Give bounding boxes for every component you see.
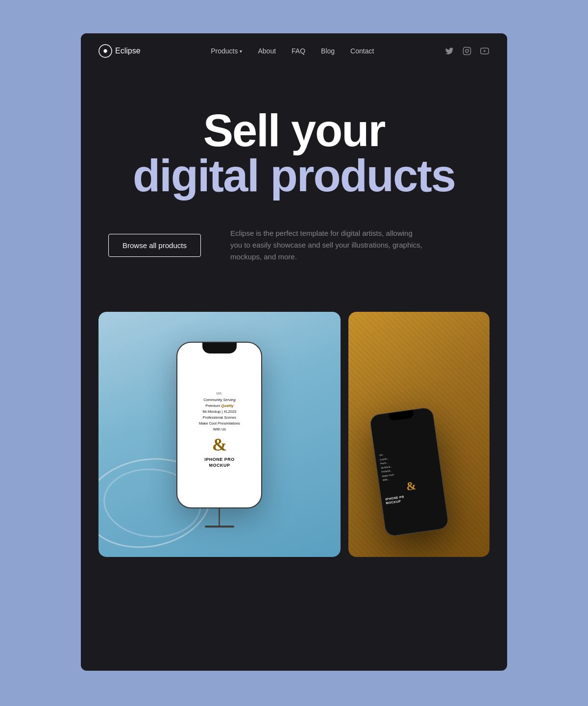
svg-rect-1 <box>464 48 471 55</box>
nav-item-contact[interactable]: Contact <box>350 47 374 55</box>
svg-marker-4 <box>484 50 486 52</box>
logo[interactable]: Eclipse <box>98 44 141 58</box>
phone-base <box>205 526 234 528</box>
product-image-left: MR. Community Serving Premium Quality Mr… <box>98 312 341 557</box>
phone-container-left: MR. Community Serving Premium Quality Mr… <box>176 342 262 528</box>
phone-stand <box>219 508 220 526</box>
phone-bottom-text: IPHONE PROMOCKUP <box>204 457 235 468</box>
page-wrapper: Eclipse Products ▾ About FAQ <box>81 33 507 671</box>
product-image-right: MR. Comm... Prem... Mr.Mock... Professi.… <box>348 312 490 557</box>
svg-point-3 <box>468 49 469 50</box>
phone-body-left: MR. Community Serving Premium Quality Mr… <box>176 342 262 508</box>
nav-link-contact[interactable]: Contact <box>350 47 374 55</box>
nav-item-faq[interactable]: FAQ <box>292 47 305 55</box>
phone-mockup-blue: MR. Community Serving Premium Quality Mr… <box>98 312 341 557</box>
nav-item-blog[interactable]: Blog <box>321 47 335 55</box>
nav-item-products[interactable]: Products ▾ <box>211 47 242 55</box>
navbar: Eclipse Products ▾ About FAQ <box>81 33 507 69</box>
nav-links: Products ▾ About FAQ Blog <box>211 47 374 55</box>
nav-link-blog[interactable]: Blog <box>321 47 335 55</box>
products-grid: MR. Community Serving Premium Quality Mr… <box>81 312 507 557</box>
svg-point-2 <box>466 50 468 52</box>
phone-screen-content: Community Serving Premium Quality Mr.Moc… <box>199 397 240 432</box>
hero-title: Sell your digital products <box>98 108 490 198</box>
logo-text: Eclipse <box>115 47 141 55</box>
phone-screen-left: MR. Community Serving Premium Quality Mr… <box>177 353 261 507</box>
hero-content: Browse all products Eclipse is the perfe… <box>98 227 490 263</box>
nav-item-about[interactable]: About <box>258 47 276 55</box>
hero-section: Sell your digital products Browse all pr… <box>81 69 507 292</box>
social-icons <box>444 46 490 56</box>
phone-mockup-gold: MR. Comm... Prem... Mr.Mock... Professi.… <box>348 312 490 557</box>
browse-all-products-button[interactable]: Browse all products <box>108 234 201 257</box>
hero-title-line2: digital products <box>98 153 490 198</box>
phone-notch <box>202 343 237 353</box>
product-card-right[interactable]: MR. Comm... Prem... Mr.Mock... Professi.… <box>348 312 490 557</box>
phone-ampersand-right: & <box>405 479 417 493</box>
phone-ampersand: & <box>212 434 227 455</box>
nav-link-about[interactable]: About <box>258 47 276 55</box>
logo-icon <box>98 44 112 58</box>
twitter-icon[interactable] <box>444 46 454 56</box>
nav-link-faq[interactable]: FAQ <box>292 47 305 55</box>
hero-title-line1: Sell your <box>98 108 490 153</box>
product-card-left[interactable]: MR. Community Serving Premium Quality Mr… <box>98 312 341 557</box>
chevron-down-icon: ▾ <box>240 49 242 54</box>
phone-screen-right: MR. Comm... Prem... Mr.Mock... Professi.… <box>371 415 449 537</box>
youtube-icon[interactable] <box>480 46 490 56</box>
phone-header-text: MR. <box>217 392 223 395</box>
phone-container-right: MR. Comm... Prem... Mr.Mock... Professi.… <box>382 410 446 542</box>
instagram-icon[interactable] <box>462 46 472 56</box>
hero-cta: Browse all products <box>108 234 201 257</box>
hero-description: Eclipse is the perfect template for digi… <box>230 227 426 263</box>
nav-link-products[interactable]: Products ▾ <box>211 47 242 55</box>
